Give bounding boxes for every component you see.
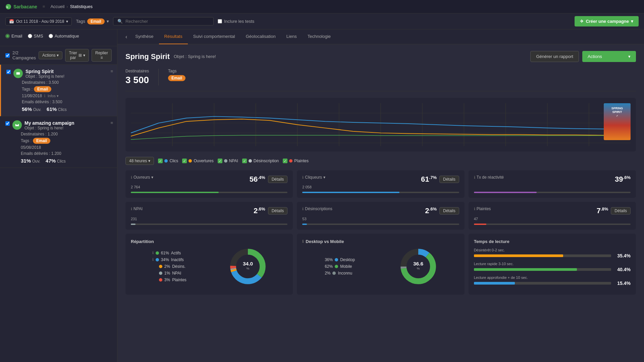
tags-dropdown-icon: ▾ xyxy=(107,19,109,24)
legend-ouvertures[interactable]: ✓ Ouvertures xyxy=(182,159,213,163)
tab-resultats[interactable]: Résultats xyxy=(159,29,188,44)
campaign-menu-1[interactable]: ≡ xyxy=(110,120,113,125)
npai-details-button[interactable]: Détails xyxy=(268,207,288,215)
cliqueurs-dropdown-icon[interactable]: ▾ xyxy=(323,175,325,180)
ouvreurs-info-icon[interactable]: ℹ xyxy=(131,175,132,180)
cliqueurs-info-icon[interactable]: ℹ xyxy=(302,175,304,180)
plaintes-info-icon[interactable]: ℹ xyxy=(474,207,475,211)
include-tests-toggle[interactable]: Inclure les tests xyxy=(218,19,254,24)
breadcrumb-arrow: › xyxy=(66,4,68,9)
npai-label: ℹ NPAI xyxy=(131,206,143,211)
include-tests-checkbox[interactable] xyxy=(218,19,222,23)
actions-button[interactable]: Actions ▾ xyxy=(39,51,62,59)
email-tag-badge[interactable]: Email xyxy=(87,18,105,24)
date-range-text: Oct 11 2018 - Aou 09 2018 xyxy=(16,19,64,24)
radio-auto[interactable]: Automatique xyxy=(49,34,79,39)
tab-synthese[interactable]: Synthèse xyxy=(130,29,159,44)
radio-email[interactable]: Email xyxy=(5,34,22,39)
ouvreurs-bar-fill xyxy=(131,192,219,193)
desinscriptions-details-button[interactable]: Détails xyxy=(439,207,459,215)
desinscriptions-bar xyxy=(302,224,459,225)
legend-check-desinscription[interactable]: ✓ xyxy=(242,159,247,163)
campaign-checkbox-1[interactable] xyxy=(5,121,10,126)
breadcrumb: Accueil › Statistiques xyxy=(50,4,92,9)
tab-prev-button[interactable]: ‹ xyxy=(123,34,130,40)
radio-sms[interactable]: SMS xyxy=(28,34,43,39)
search-input[interactable] xyxy=(125,19,209,24)
nav-accueil[interactable]: Accueil xyxy=(50,4,64,9)
npai-info-icon[interactable]: ℹ xyxy=(131,207,132,211)
legend-desinscription[interactable]: ✓ Désinscription xyxy=(242,159,279,163)
sidebar-header: Email SMS Automatique xyxy=(0,29,117,46)
repartition-item-2: 2% Désins. xyxy=(152,264,186,269)
cliqueurs-details-button[interactable]: Détails xyxy=(439,176,459,183)
repartition-title: Répartition xyxy=(131,239,287,244)
campaign-delivered-0: Emails délivrés : 3.500 xyxy=(6,100,112,104)
reactivite-info-icon[interactable]: ℹ xyxy=(474,175,475,180)
ouvreurs-value: 56.4% xyxy=(250,175,265,184)
reading-value-1: 40.4% xyxy=(614,267,631,272)
ouvreurs-details-button[interactable]: Détails xyxy=(268,176,288,183)
legend-check-ouvertures[interactable]: ✓ xyxy=(182,159,187,163)
dm-item-0: 36% Desktop xyxy=(325,257,355,262)
search-box[interactable]: 🔍 xyxy=(113,17,214,25)
legend-dot-desinscription xyxy=(249,159,252,163)
tab-suivi[interactable]: Suivi comportemental xyxy=(188,29,240,44)
dm-dot-2 xyxy=(332,272,336,275)
bottom-row: Répartition ℹ 61% Actifs ℹ xyxy=(125,234,636,295)
card-reading-time: Temps de lecture Désintérêt 0-2 sec. 35.… xyxy=(469,234,636,295)
infos-label-0[interactable]: Infos ▾ xyxy=(48,94,59,98)
desktop-mobile-donut-area: 36% Desktop 62% Mobile 2% xyxy=(302,248,459,285)
actions-dropdown-button[interactable]: Actions ▾ xyxy=(582,51,636,62)
npai-value: 2.6% xyxy=(254,206,265,215)
metric-desinscriptions: ℹ Désinscriptions 2.6% Détails 53 xyxy=(297,202,464,229)
date-range-picker[interactable]: 📅 Oct 11 2018 - Aou 09 2018 ▾ xyxy=(5,17,72,25)
include-tests-label: Inclure les tests xyxy=(224,19,254,24)
reading-label-2: Lecture approfondie + de 10 sec. xyxy=(474,276,631,280)
legend-check-plaintes[interactable]: ✓ xyxy=(283,159,287,163)
campaign-item-0[interactable]: Spring Spirit Objet : Spring is here! ≡ … xyxy=(0,65,117,116)
actions-chevron-icon: ▾ xyxy=(628,54,631,59)
content-inner: Spring Spirit Objet : Spring is here! Gé… xyxy=(117,44,644,362)
npai-bar-fill xyxy=(131,224,136,225)
campaign-date-1: 05/08/2018 xyxy=(5,145,112,150)
tab-techno[interactable]: Technologie xyxy=(302,29,336,44)
legend-npai[interactable]: ✓ NPAI xyxy=(218,159,238,163)
desinscriptions-info-icon[interactable]: ℹ xyxy=(302,207,304,211)
desktop-mobile-title: ℹ Desktop vs Mobile xyxy=(302,239,459,244)
plaintes-details-button[interactable]: Détails xyxy=(611,207,631,215)
select-all-checkbox[interactable] xyxy=(5,53,10,58)
reply-button[interactable]: Replier ≡ xyxy=(92,49,112,62)
dest-value: 3 500 xyxy=(125,75,149,85)
cliqueurs-bar xyxy=(302,192,459,193)
legend-dot-npai xyxy=(224,159,227,163)
date-dropdown-icon: ▾ xyxy=(66,19,68,24)
repartition-item-0: ℹ 61% Actifs xyxy=(152,251,186,255)
repartition-donut: 34.0 % xyxy=(229,248,266,285)
logo: S Sarbacane xyxy=(5,4,37,10)
sort-button[interactable]: Trier par ⊞ ▾ xyxy=(65,49,89,62)
generate-report-button[interactable]: Générer un rapport xyxy=(530,51,579,62)
legend-check-clics[interactable]: ✓ xyxy=(158,159,163,163)
tags-filter[interactable]: Tags Email ▾ xyxy=(76,18,109,24)
campaign-tags-1: Tags : Email xyxy=(5,138,112,144)
campaign-checkbox-0[interactable] xyxy=(6,70,11,74)
actions-dropdown-icon: ▾ xyxy=(57,53,59,58)
legend-plaintes[interactable]: ✓ Plaintes xyxy=(283,159,309,163)
nav-statistiques[interactable]: Statistiques xyxy=(70,4,93,9)
campaign-menu-0[interactable]: ≡ xyxy=(110,69,113,74)
reading-bar-row-0: 35.4% xyxy=(474,253,631,258)
tab-liens[interactable]: Liens xyxy=(281,29,302,44)
legend-check-npai[interactable]: ✓ xyxy=(218,159,222,163)
reading-item-0: Désintérêt 0-2 sec. 35.4% xyxy=(474,248,631,258)
reading-value-0: 35.4% xyxy=(614,253,631,258)
tab-geo[interactable]: Géolocalisation xyxy=(240,29,281,44)
campaign-tag-badge-1: Email xyxy=(33,138,50,144)
create-campaign-button[interactable]: ✈ Créer une campagne ▾ xyxy=(575,16,639,26)
ouvreurs-dropdown-icon[interactable]: ▾ xyxy=(151,175,153,180)
dm-item-1: 62% Mobile xyxy=(325,264,355,269)
campaign-item-1[interactable]: My amazing campaign Objet : Spring is he… xyxy=(0,116,117,168)
desktop-mobile-info-icon[interactable]: ℹ xyxy=(302,239,304,244)
legend-clics[interactable]: ✓ Clics xyxy=(158,159,178,163)
time-select[interactable]: 48 heures ▾ xyxy=(125,157,154,165)
